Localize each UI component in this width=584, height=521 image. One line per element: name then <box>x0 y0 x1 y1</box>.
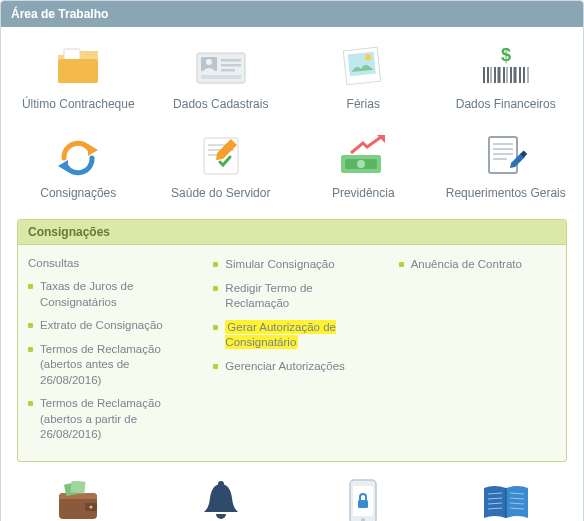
svg-point-45 <box>218 481 224 487</box>
tile-requerimentos-gerais[interactable]: Requerimentos Gerais <box>441 132 571 201</box>
tile-row-1: Último Contracheque Dados Cadastr <box>7 37 577 126</box>
link-termos-depois[interactable]: Termos de Reclamação (abertos a partir d… <box>28 392 185 447</box>
health-note-icon <box>156 132 286 180</box>
cash-growth-icon <box>298 132 428 180</box>
svg-point-42 <box>90 505 93 508</box>
svg-rect-37 <box>493 148 513 150</box>
work-area-panel: Área de Trabalho Último Contracheque <box>0 0 584 521</box>
tile-ultimo-contracheque[interactable]: Último Contracheque <box>13 43 143 112</box>
refresh-arrows-icon <box>13 132 143 180</box>
tile-label: Requerimentos Gerais <box>441 186 571 201</box>
link-anuencia-contrato[interactable]: Anuência de Contrato <box>399 253 556 277</box>
svg-rect-10 <box>348 52 376 77</box>
sub-col-consultas: Consultas Taxas de Juros de Consignatári… <box>28 253 185 447</box>
svg-rect-8 <box>201 75 241 79</box>
link-list-acoes: Simular Consignação Redigir Termo de Rec… <box>213 253 370 378</box>
document-edit-icon <box>441 132 571 180</box>
open-book-icon <box>441 478 571 521</box>
link-gerenciar-autorizacoes[interactable]: Gerenciar Autorizações <box>213 355 370 379</box>
tile-label: Dados Financeiros <box>441 97 571 112</box>
tile-dados-financeiros[interactable]: $ Dados Financeiros <box>441 43 571 112</box>
tile-row-2: Consignações Saúde do Servidor <box>7 126 577 215</box>
link-simular-consignacao[interactable]: Simular Consignação <box>213 253 370 277</box>
panel-title: Área de Trabalho <box>1 1 583 27</box>
tile-label: Saúde do Servidor <box>156 186 286 201</box>
svg-rect-44 <box>71 481 86 494</box>
tile-row-3: Indenizações Central de Mensagens <box>7 472 577 521</box>
tile-label: Férias <box>298 97 428 112</box>
tile-dados-cadastrais[interactable]: Dados Cadastrais <box>156 43 286 112</box>
tile-saude-servidor[interactable]: Saúde do Servidor <box>156 132 286 201</box>
sub-panel-body: Consultas Taxas de Juros de Consignatári… <box>18 245 566 461</box>
sub-panel-title: Consignações <box>18 220 566 245</box>
link-list-outros: Anuência de Contrato <box>399 253 556 277</box>
svg-rect-39 <box>493 158 507 160</box>
link-gerar-autorizacao[interactable]: Gerar Autorização de Consignatário <box>213 316 370 355</box>
tile-label: Dados Cadastrais <box>156 97 286 112</box>
link-list-consultas: Taxas de Juros de Consignatários Extrato… <box>28 275 185 447</box>
link-extrato-consignacao[interactable]: Extrato de Consignação <box>28 314 185 338</box>
svg-rect-7 <box>221 69 235 72</box>
vacation-photo-icon <box>298 43 428 91</box>
phone-lock-icon <box>298 478 428 521</box>
svg-rect-49 <box>358 500 368 508</box>
svg-rect-38 <box>493 153 513 155</box>
svg-point-33 <box>357 160 365 168</box>
tile-indenizacoes[interactable]: Indenizações <box>13 478 143 521</box>
svg-point-4 <box>206 59 212 65</box>
tile-label: Último Contracheque <box>13 97 143 112</box>
sub-col-outros: Anuência de Contrato <box>399 253 556 447</box>
id-card-icon <box>156 43 286 91</box>
tile-label: Consignações <box>13 186 143 201</box>
tile-consignacoes[interactable]: Consignações <box>13 132 143 201</box>
bell-icon <box>156 478 286 521</box>
panel-body: Último Contracheque Dados Cadastr <box>1 27 583 521</box>
highlight: Gerar Autorização de Consignatário <box>225 320 336 350</box>
tile-ger-disp-moveis[interactable]: Gerenciamento de Dispositivos Móveis <box>298 478 428 521</box>
wallet-icon <box>13 478 143 521</box>
svg-rect-5 <box>221 59 241 62</box>
tile-previdencia[interactable]: Previdência <box>298 132 428 201</box>
link-taxas-juros[interactable]: Taxas de Juros de Consignatários <box>28 275 185 314</box>
svg-marker-25 <box>88 144 98 156</box>
tile-label: Previdência <box>298 186 428 201</box>
consignacoes-sub-panel: Consignações Consultas Taxas de Juros de… <box>17 219 567 462</box>
tile-manuais[interactable]: Manuais <box>441 478 571 521</box>
tile-central-mensagens[interactable]: Central de Mensagens <box>156 478 286 521</box>
money-barcode-icon: $ <box>441 43 571 91</box>
svg-rect-6 <box>221 64 241 67</box>
svg-text:$: $ <box>501 47 511 65</box>
tile-ferias[interactable]: Férias <box>298 43 428 112</box>
sub-col-acoes: Simular Consignação Redigir Termo de Rec… <box>213 253 370 447</box>
sub-col-header: Consultas <box>28 257 185 269</box>
folder-icon <box>13 43 143 91</box>
svg-rect-36 <box>493 143 513 145</box>
link-termos-antes[interactable]: Termos de Reclamação (abertos antes de 2… <box>28 338 185 393</box>
svg-marker-26 <box>58 160 68 172</box>
link-redigir-termo[interactable]: Redigir Termo de Reclamação <box>213 277 370 316</box>
